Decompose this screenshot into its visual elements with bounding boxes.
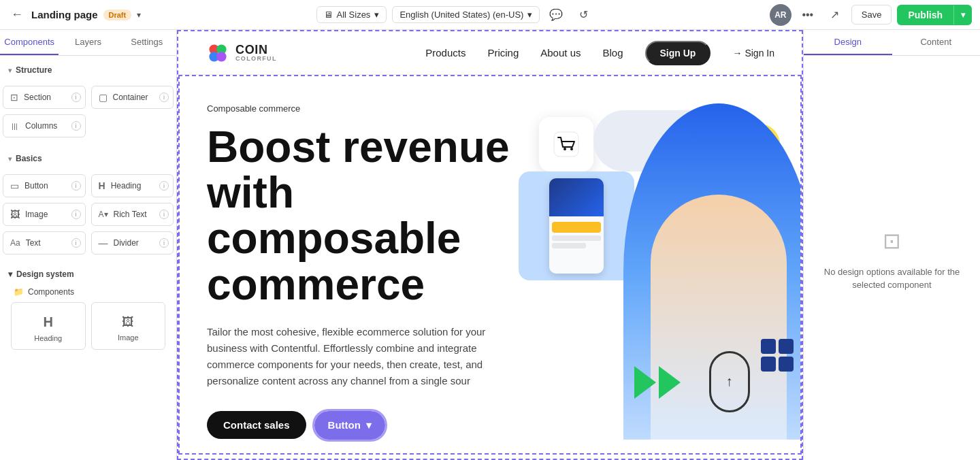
- phone-inner: [549, 178, 604, 274]
- comment-icon: 💬: [549, 8, 563, 21]
- right-tabs: Design Content: [804, 30, 980, 56]
- heading-info-button[interactable]: i: [159, 181, 169, 191]
- topbar: ← Landing page Draft ▾ 🖥 All Sizes ▾ Eng…: [0, 0, 980, 30]
- publish-arrow-icon[interactable]: ▾: [953, 5, 972, 24]
- svg-point-5: [564, 148, 566, 150]
- nav-pricing[interactable]: Pricing: [487, 47, 519, 59]
- tab-components[interactable]: Components: [0, 30, 59, 55]
- avatar: AR: [770, 4, 791, 26]
- nav-signin-link[interactable]: → Sign In: [732, 48, 774, 59]
- svg-point-6: [570, 148, 573, 150]
- image-icon: 🖼: [10, 209, 20, 220]
- tab-design[interactable]: Design: [804, 30, 892, 55]
- float-circle-outline: ↑: [709, 351, 750, 412]
- hero-heading: Boost revenue with composable commerce: [207, 125, 519, 308]
- button-cta[interactable]: Button ▾: [314, 411, 385, 440]
- external-link-button[interactable]: ↗: [824, 4, 846, 26]
- arrow-2: [659, 366, 681, 399]
- richtext-info-button[interactable]: i: [159, 210, 169, 219]
- basics-header[interactable]: ▾ Basics: [8, 151, 168, 166]
- ds-item-image[interactable]: 🖼 Image: [91, 302, 166, 350]
- ds-item-heading[interactable]: H Heading: [11, 302, 86, 350]
- section-icon: ⊡: [10, 92, 18, 103]
- divider-info-button[interactable]: i: [159, 238, 169, 248]
- structure-item-container[interactable]: ▢ Container i: [91, 86, 174, 109]
- basics-item-heading[interactable]: H Heading i: [91, 174, 174, 197]
- ds-heading-icon: H: [44, 314, 53, 330]
- design-system-header[interactable]: ▾ Design system: [8, 267, 168, 282]
- text-icon: Aa: [10, 238, 20, 248]
- draft-badge: Draft: [103, 10, 132, 20]
- nav-links: Products Pricing About us Blog Sign Up →…: [425, 41, 774, 65]
- structure-item-section[interactable]: ⊡ Section i: [3, 86, 86, 109]
- language-selector[interactable]: English (United States) (en-US) ▾: [392, 6, 540, 23]
- hero-section: Composable commerce Boost revenue with c…: [178, 75, 802, 455]
- image-info-button[interactable]: i: [71, 210, 81, 219]
- ds-folder-icon: 📁: [14, 287, 24, 297]
- hero-content: Composable commerce Boost revenue with c…: [207, 103, 519, 440]
- structure-header[interactable]: ▾ Structure: [8, 63, 168, 78]
- basics-item-divider[interactable]: — Divider i: [91, 231, 174, 254]
- button-icon: ▭: [10, 180, 19, 191]
- structure-section: ▾ Structure: [0, 56, 176, 86]
- no-design-icon: ⊡: [883, 225, 901, 257]
- lang-chevron-icon: ▾: [527, 10, 532, 20]
- basics-item-text[interactable]: Aa Text i: [3, 231, 86, 254]
- no-design-text: No design options available for the sele…: [820, 265, 964, 292]
- site-logo: Coin COLORFUL: [206, 41, 277, 65]
- structure-item-columns[interactable]: ⫼ Columns i: [3, 114, 86, 137]
- hero-label: Composable commerce: [207, 103, 519, 114]
- text-info-button[interactable]: i: [71, 238, 81, 248]
- save-button[interactable]: Save: [851, 5, 892, 24]
- ds-image-icon: 🖼: [122, 315, 134, 329]
- float-arrows: [634, 366, 681, 399]
- basics-section: ▾ Basics: [0, 144, 176, 174]
- right-sidebar: Design Content ⊡ No design options avail…: [803, 30, 980, 460]
- page-menu-button[interactable]: ▾: [137, 10, 141, 20]
- size-chevron-icon: ▾: [374, 10, 379, 20]
- phone-screen: [549, 178, 604, 216]
- phone-bottom: [549, 216, 604, 274]
- contact-sales-button[interactable]: Contact sales: [207, 411, 306, 439]
- nav-signup-button[interactable]: Sign Up: [645, 41, 711, 65]
- button-info-button[interactable]: i: [71, 181, 81, 191]
- columns-info-button[interactable]: i: [71, 121, 81, 131]
- size-selector[interactable]: 🖥 All Sizes ▾: [316, 6, 387, 23]
- float-phone: [519, 171, 634, 280]
- tab-layers[interactable]: Layers: [59, 30, 117, 55]
- hero-body: Tailor the most cohesive, flexible ecomm…: [207, 324, 519, 389]
- divider-icon: —: [99, 237, 108, 248]
- nav-blog[interactable]: Blog: [602, 47, 623, 59]
- nav-products[interactable]: Products: [425, 47, 466, 59]
- publish-button[interactable]: Publish ▾: [897, 5, 972, 25]
- more-options-button[interactable]: •••: [797, 4, 819, 26]
- structure-grid: ⊡ Section i ▢ Container i ⫼ Columns i: [0, 86, 176, 144]
- section-info-button[interactable]: i: [71, 93, 81, 102]
- phone-card: [552, 222, 601, 233]
- basics-caret-icon: ▾: [8, 155, 12, 163]
- tab-settings[interactable]: Settings: [118, 30, 176, 55]
- basics-item-image[interactable]: 🖼 Image i: [3, 203, 86, 226]
- publish-label: Publish: [897, 5, 953, 25]
- structure-caret-icon: ▾: [8, 67, 12, 74]
- btn-chevron-icon: ▾: [366, 419, 372, 431]
- comment-button[interactable]: 💬: [545, 4, 567, 26]
- tab-content[interactable]: Content: [892, 30, 981, 55]
- nav-about[interactable]: About us: [540, 47, 581, 59]
- back-button[interactable]: ←: [8, 5, 26, 24]
- container-info-button[interactable]: i: [159, 93, 169, 102]
- hero-buttons: Contact sales Button ▾: [207, 411, 519, 440]
- topbar-left: ← Landing page Draft ▾: [8, 5, 141, 24]
- hero-visuals: ↑: [519, 103, 773, 440]
- ds-components-sub[interactable]: 📁 Components: [8, 284, 168, 302]
- basics-item-button[interactable]: ▭ Button i: [3, 174, 86, 197]
- canvas-area[interactable]: Coin COLORFUL Products Pricing About us …: [177, 30, 803, 460]
- website-preview: Coin COLORFUL Products Pricing About us …: [177, 30, 803, 460]
- ds-components-grid: H Heading 🖼 Image: [8, 302, 168, 350]
- basics-item-richtext[interactable]: A▾ Rich Text i: [91, 203, 174, 226]
- svg-point-3: [216, 52, 226, 61]
- topbar-right: AR ••• ↗ Save Publish ▾: [770, 4, 972, 26]
- page-title: Landing page: [31, 9, 98, 20]
- history-button[interactable]: ↺: [572, 4, 594, 26]
- main-layout: Components Layers Settings ▾ Structure ⊡…: [0, 30, 980, 460]
